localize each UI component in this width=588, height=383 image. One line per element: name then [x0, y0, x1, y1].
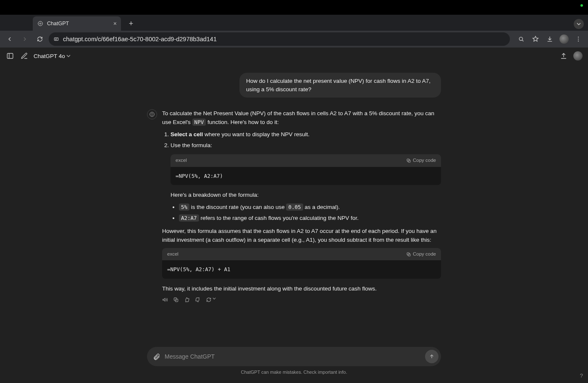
- regenerate-icon[interactable]: [206, 297, 216, 303]
- model-label: ChatGPT 4o: [34, 53, 65, 59]
- disclaimer-text: ChatGPT can make mistakes. Check importa…: [241, 370, 347, 375]
- tab-title: ChatGPT: [47, 21, 110, 26]
- assistant-message-body: To calculate the Net Present Value (NPV)…: [162, 109, 441, 303]
- code-lang-label: excel: [167, 251, 178, 258]
- browser-tabstrip: ChatGPT × +: [0, 15, 588, 31]
- chat-column: How do I calculate the net present value…: [147, 73, 441, 303]
- message-actions: [162, 297, 441, 303]
- code-content[interactable]: =NPV(5%, A2:A7) + A1: [162, 260, 441, 278]
- read-aloud-icon[interactable]: [162, 297, 168, 303]
- bookmark-icon[interactable]: [529, 33, 542, 45]
- browser-toolbar: chatgpt.com/c/66ef16ae-5c70-8002-acd9-d2…: [0, 31, 588, 48]
- breakdown-intro: Here's a breakdown of the formula:: [171, 191, 441, 200]
- forward-button[interactable]: [18, 33, 31, 45]
- svg-point-0: [38, 21, 43, 26]
- browser-tab-active[interactable]: ChatGPT ×: [33, 16, 121, 31]
- closing-paragraph: This way, it includes the initial invest…: [162, 285, 441, 293]
- attach-icon[interactable]: [153, 353, 160, 360]
- however-paragraph: However, this formula assumes that the c…: [162, 227, 441, 245]
- site-info-icon[interactable]: [53, 36, 60, 42]
- tablist-dropdown-button[interactable]: [574, 19, 584, 29]
- model-picker[interactable]: ChatGPT 4o: [34, 53, 71, 59]
- composer[interactable]: [147, 347, 441, 366]
- user-avatar[interactable]: [573, 51, 583, 61]
- composer-area: ChatGPT can make mistakes. Check importa…: [0, 347, 588, 375]
- user-message-row: How do I calculate the net present value…: [147, 73, 441, 98]
- inline-code: 5%: [179, 203, 189, 211]
- list-item: A2:A7 refers to the range of cash flows …: [179, 214, 441, 223]
- svg-rect-6: [7, 53, 13, 58]
- chatgpt-favicon: [37, 20, 44, 27]
- svg-point-7: [150, 112, 155, 117]
- help-button[interactable]: ?: [580, 372, 583, 379]
- svg-rect-1: [54, 38, 58, 41]
- close-tab-icon[interactable]: ×: [113, 20, 117, 27]
- step-item: Select a cell where you want to display …: [171, 130, 441, 139]
- app-content: ChatGPT 4o How do I calculate the net pr…: [0, 48, 588, 383]
- send-button[interactable]: [425, 350, 438, 363]
- code-content[interactable]: =NPV(5%, A2:A7): [171, 167, 441, 185]
- steps-list: Select a cell where you want to display …: [171, 130, 441, 150]
- composer-input[interactable]: [165, 353, 421, 360]
- sidebar-toggle-icon[interactable]: [5, 51, 15, 61]
- svg-point-5: [578, 41, 579, 42]
- code-header: excel Copy code: [171, 154, 441, 167]
- inline-code: A2:A7: [179, 214, 199, 222]
- step-item: Use the formula:: [171, 141, 441, 150]
- user-message-bubble[interactable]: How do I calculate the net present value…: [239, 73, 441, 98]
- back-button[interactable]: [3, 33, 16, 45]
- assistant-avatar-icon: [147, 109, 157, 119]
- os-titlebar: [0, 0, 588, 15]
- reload-button[interactable]: [34, 33, 46, 45]
- inline-code: 0.05: [286, 203, 303, 211]
- app-header: ChatGPT 4o: [0, 48, 588, 64]
- downloads-icon[interactable]: [543, 33, 556, 45]
- new-chat-icon[interactable]: [19, 51, 29, 61]
- assistant-message-row: To calculate the Net Present Value (NPV)…: [147, 109, 441, 303]
- inline-code: NPV: [192, 119, 206, 126]
- url-bar[interactable]: chatgpt.com/c/66ef16ae-5c70-8002-acd9-d2…: [49, 32, 510, 46]
- status-dot: [580, 4, 583, 7]
- svg-point-3: [578, 37, 579, 37]
- chevron-down-icon: [66, 54, 71, 58]
- copy-code-button[interactable]: Copy code: [406, 157, 436, 164]
- code-header: excel Copy code: [162, 248, 441, 261]
- code-lang-label: excel: [176, 157, 187, 164]
- copy-code-button[interactable]: Copy code: [406, 251, 436, 258]
- url-text: chatgpt.com/c/66ef16ae-5c70-8002-acd9-d2…: [63, 36, 506, 42]
- overflow-menu-icon[interactable]: [572, 33, 585, 45]
- bullet-list: 5% is the discount rate (you can also us…: [179, 203, 441, 223]
- code-block: excel Copy code =NPV(5%, A2:A7): [171, 154, 441, 185]
- code-block: excel Copy code =NPV(5%, A2:A7) + A1: [162, 248, 441, 279]
- profile-avatar[interactable]: [558, 33, 570, 45]
- assistant-intro: To calculate the Net Present Value (NPV)…: [162, 109, 441, 127]
- share-icon[interactable]: [559, 51, 569, 61]
- thumbs-down-icon[interactable]: [195, 297, 201, 303]
- search-icon[interactable]: [515, 33, 528, 45]
- thumbs-up-icon[interactable]: [184, 297, 190, 303]
- copy-message-icon[interactable]: [173, 297, 179, 303]
- list-item: 5% is the discount rate (you can also us…: [179, 203, 441, 212]
- new-tab-button[interactable]: +: [125, 18, 137, 29]
- svg-point-2: [519, 37, 522, 40]
- svg-point-4: [578, 39, 579, 40]
